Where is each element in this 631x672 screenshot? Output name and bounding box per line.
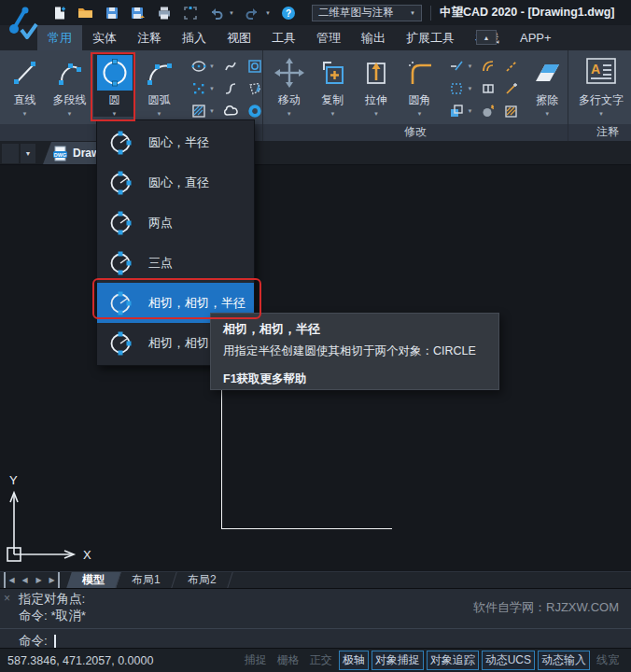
chevron-down-icon[interactable]: ▼ xyxy=(209,63,215,69)
ribbon-collapse-button[interactable]: ▲ xyxy=(476,30,497,45)
ribbon-tab[interactable]: 输出 xyxy=(351,25,396,50)
last-layout-icon[interactable]: ▶ xyxy=(46,572,60,588)
revision-cloud-icon[interactable] xyxy=(223,104,239,119)
circle-method-icon xyxy=(108,131,133,155)
line-icon xyxy=(7,55,43,91)
ribbon-tab[interactable]: 管理 xyxy=(306,25,351,50)
copy-button[interactable]: 复制 ▼ xyxy=(313,52,354,117)
redo-dropdown-icon[interactable]: ▼ xyxy=(265,10,271,16)
undo-icon[interactable] xyxy=(208,5,224,21)
status-toggle[interactable]: 栅格 xyxy=(273,651,303,670)
circle-menu-item[interactable]: 两点 xyxy=(97,203,254,243)
ribbon-tab-label: 注释 xyxy=(137,30,161,47)
help-icon[interactable]: ? xyxy=(281,5,297,21)
status-toggles: 捕捉 栅格 正交 极轴 对象捕捉 对象追踪 xyxy=(241,651,623,670)
chevron-down-icon[interactable]: ▼ xyxy=(544,111,550,117)
circle-menu-item[interactable]: 圆心，半径 xyxy=(97,122,254,162)
status-toggle[interactable]: 对象捕捉 xyxy=(372,651,424,670)
ribbon-tab[interactable]: 实体 xyxy=(82,25,127,50)
chevron-down-icon[interactable]: ▼ xyxy=(67,111,73,117)
redo-icon[interactable] xyxy=(245,5,260,21)
tooltip-help-hint: F1获取更多帮助 xyxy=(223,371,486,387)
spline-icon[interactable] xyxy=(223,59,238,74)
ribbon-tab[interactable]: 工具 xyxy=(261,25,306,50)
status-toggle[interactable]: 动态UCS xyxy=(482,651,535,670)
file-tab-dropdown-icon[interactable]: ▼ xyxy=(21,144,35,163)
chevron-down-icon[interactable]: ▼ xyxy=(287,111,292,117)
edit-hatch-icon[interactable] xyxy=(504,104,519,119)
line-button[interactable]: 直线 ▼ xyxy=(4,52,46,117)
drawn-line-vertical[interactable] xyxy=(221,390,222,528)
previous-layout-icon[interactable]: ◀ xyxy=(18,572,32,588)
ribbon-tab[interactable]: APP+ xyxy=(510,25,562,50)
status-toggle[interactable]: 线宽 xyxy=(593,651,623,670)
command-input[interactable]: 命令: xyxy=(19,633,56,650)
status-toggle[interactable]: 正交 xyxy=(306,651,336,670)
circle-menu-item[interactable]: 三点 xyxy=(97,243,254,283)
first-layout-icon[interactable]: ◀ xyxy=(4,572,18,588)
workspace-selector[interactable]: 二维草图与注释 ▼ xyxy=(312,5,422,21)
layout-tab[interactable]: 布局1 xyxy=(116,572,176,588)
status-toggle[interactable]: 动态输入 xyxy=(538,651,590,670)
mtext-button[interactable]: A 多行文字 ▼ xyxy=(574,52,628,117)
undo-dropdown-icon[interactable]: ▼ xyxy=(229,10,234,16)
chevron-down-icon[interactable]: ▼ xyxy=(417,111,423,117)
chevron-down-icon[interactable]: ▼ xyxy=(209,108,215,114)
print-icon[interactable] xyxy=(156,5,172,21)
circle-menu-item[interactable]: 圆心，直径 xyxy=(97,162,254,203)
stretch-button[interactable]: 拉伸 ▼ xyxy=(356,52,397,117)
status-toggle[interactable]: 捕捉 xyxy=(241,651,271,670)
new-file-icon[interactable] xyxy=(51,5,67,21)
open-folder-icon[interactable] xyxy=(77,5,93,21)
next-layout-icon[interactable]: ▶ xyxy=(32,572,46,588)
erase-button[interactable]: 擦除 ▼ xyxy=(526,52,568,117)
offset-icon[interactable] xyxy=(481,59,496,74)
wipeout-icon[interactable] xyxy=(247,81,262,96)
chevron-down-icon[interactable]: ▼ xyxy=(209,86,215,91)
scale-icon[interactable] xyxy=(449,81,464,96)
save-as-icon[interactable] xyxy=(130,5,146,21)
modify-small-icons: ▼ ▼ ▼ xyxy=(449,56,519,121)
fillet-button[interactable]: 圆角 ▼ xyxy=(400,52,441,117)
button-label: 拉伸 xyxy=(365,92,387,108)
region-icon[interactable] xyxy=(247,59,262,74)
chevron-down-icon[interactable]: ▼ xyxy=(157,111,162,117)
ribbon-tab[interactable]: 视图 xyxy=(217,25,261,50)
ribbon-tab[interactable]: 注释 xyxy=(127,25,172,50)
ribbon-tab[interactable]: 扩展工具 xyxy=(396,25,465,50)
arc-button[interactable]: 圆弧 ▼ xyxy=(138,52,180,117)
chevron-down-icon[interactable]: ▼ xyxy=(467,108,472,114)
array-icon[interactable] xyxy=(449,104,464,119)
ribbon-tab[interactable]: 插入 xyxy=(172,25,217,50)
join-icon[interactable] xyxy=(481,81,496,96)
chevron-down-icon[interactable]: ▼ xyxy=(598,111,604,117)
circle-menu-item-label: 三点 xyxy=(148,255,173,272)
layout-tab[interactable]: 模型 xyxy=(66,572,121,588)
chevron-down-icon[interactable]: ▼ xyxy=(22,111,28,117)
ellipse-icon[interactable] xyxy=(191,59,206,74)
mirror-icon[interactable] xyxy=(504,59,519,74)
close-icon[interactable]: × xyxy=(4,592,10,605)
chevron-down-icon[interactable]: ▼ xyxy=(330,111,335,117)
plot-preview-icon[interactable] xyxy=(182,5,198,21)
donut-icon[interactable] xyxy=(247,104,262,119)
spline-cv-icon[interactable] xyxy=(223,81,238,96)
move-button[interactable]: 移动 ▼ xyxy=(269,52,310,117)
hatch-icon[interactable] xyxy=(191,104,206,119)
explode-icon[interactable] xyxy=(481,104,496,119)
status-toggle[interactable]: 对象追踪 xyxy=(427,651,479,670)
status-toggle[interactable]: 极轴 xyxy=(339,651,369,670)
chevron-down-icon[interactable]: ▼ xyxy=(467,86,472,91)
chevron-down-icon[interactable]: ▼ xyxy=(467,63,472,69)
layout-tab-label: 布局1 xyxy=(132,572,161,588)
trim-icon[interactable] xyxy=(449,59,464,74)
chevron-down-icon[interactable]: ▼ xyxy=(373,111,379,117)
file-tab-menu-button[interactable] xyxy=(2,144,19,163)
layout-tab[interactable]: 布局2 xyxy=(172,572,232,588)
polyline-button[interactable]: 多段线 ▼ xyxy=(49,52,91,117)
match-properties-icon[interactable] xyxy=(504,81,519,96)
save-icon[interactable] xyxy=(104,5,119,21)
point-icon[interactable] xyxy=(191,81,206,96)
ribbon-tab[interactable]: 常用 xyxy=(37,25,82,50)
drawn-line-horizontal[interactable] xyxy=(221,528,392,529)
